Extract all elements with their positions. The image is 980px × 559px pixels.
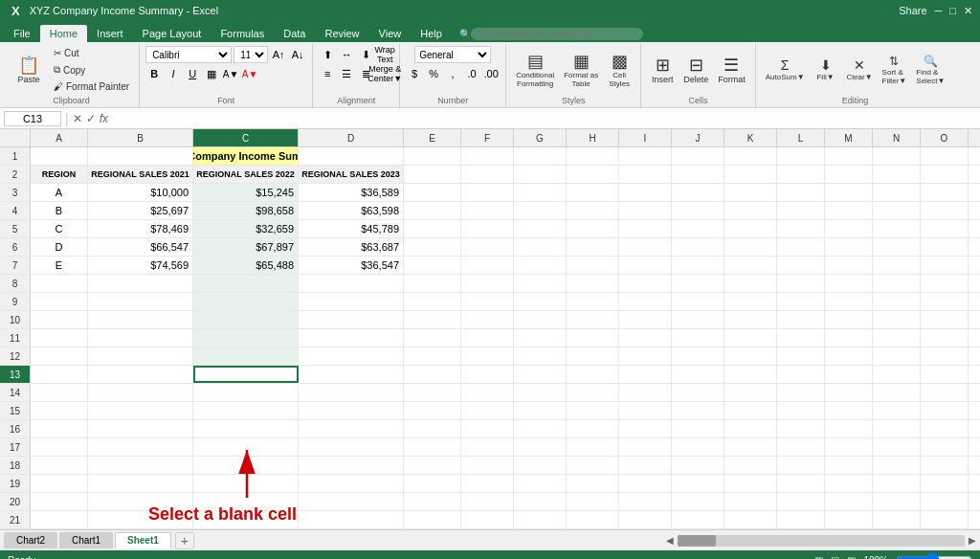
cell-c3[interactable]: $15,245 [193,184,299,201]
cell-m10[interactable] [825,311,873,328]
cell-k12[interactable] [724,347,777,365]
format-as-table-button[interactable]: ▦ Format asTable [560,51,602,90]
cell-i21[interactable] [619,511,672,528]
cell-b12[interactable] [88,347,193,365]
cell-j20[interactable] [672,493,724,510]
cell-j8[interactable] [672,275,724,292]
cell-e1[interactable] [404,147,461,165]
cell-b3[interactable]: $10,000 [88,184,193,201]
cell-b9[interactable] [88,293,193,310]
cell-a15[interactable] [31,402,88,419]
maximize-button[interactable]: □ [949,5,956,16]
cell-k14[interactable] [724,384,777,401]
cell-f18[interactable] [461,457,514,474]
sort-filter-button[interactable]: ⇅ Sort &Filter▼ [879,54,911,87]
row-header-8[interactable]: 8 [0,275,31,292]
cut-button[interactable]: ✂ Cut [50,46,133,60]
cell-i5[interactable] [619,220,672,237]
underline-button[interactable]: U [184,65,201,82]
cell-e11[interactable] [404,329,461,347]
cell-o4[interactable] [921,202,969,219]
cell-p4[interactable] [969,202,980,219]
cell-i7[interactable] [619,257,672,274]
cell-b14[interactable] [88,384,193,401]
cell-n12[interactable] [873,347,921,365]
cell-e7[interactable] [404,257,461,274]
zoom-slider[interactable] [896,554,972,559]
cell-k15[interactable] [724,402,777,419]
paste-button[interactable]: 📋 Paste [10,55,48,86]
cell-e8[interactable] [404,275,461,292]
cell-p20[interactable] [969,493,980,510]
minimize-button[interactable]: ─ [935,5,943,16]
cell-m6[interactable] [825,238,873,256]
cell-a18[interactable] [31,457,88,474]
cell-e21[interactable] [404,511,461,528]
cell-k20[interactable] [724,493,777,510]
cell-a9[interactable] [31,293,88,310]
cell-n13[interactable] [873,366,921,383]
cell-l5[interactable] [777,220,825,237]
wrap-text-button[interactable]: Wrap Text [376,46,393,63]
cell-b1[interactable] [88,147,193,165]
cell-k6[interactable] [724,238,777,256]
cell-d2[interactable]: REGIONAL SALES 2023 [299,166,404,183]
cell-l4[interactable] [777,202,825,219]
font-name-select[interactable]: Calibri [145,46,232,63]
cell-l18[interactable] [777,457,825,474]
cell-g15[interactable] [514,402,567,419]
cell-d16[interactable] [299,420,404,437]
cell-l17[interactable] [777,438,825,456]
cell-a2[interactable]: REGION [31,166,88,183]
sheet-tab-chart2[interactable]: Chart2 [4,532,57,548]
fill-color-button[interactable]: A▼ [222,65,239,82]
cell-g2[interactable] [514,166,567,183]
cell-l15[interactable] [777,402,825,419]
insert-button[interactable]: ⊞ Insert [647,55,678,86]
cell-o12[interactable] [921,347,969,365]
cell-o5[interactable] [921,220,969,237]
cell-a11[interactable] [31,329,88,347]
cell-d13[interactable] [299,366,404,383]
cell-e9[interactable] [404,293,461,310]
cell-h7[interactable] [567,257,619,274]
cell-o18[interactable] [921,457,969,474]
col-header-a[interactable]: A [31,129,88,146]
cell-e15[interactable] [404,402,461,419]
row-header-12[interactable]: 12 [0,347,31,365]
cell-o19[interactable] [921,475,969,492]
cell-a10[interactable] [31,311,88,328]
col-header-e[interactable]: E [404,129,461,146]
tell-me-input[interactable] [471,28,643,40]
cell-n19[interactable] [873,475,921,492]
col-header-c[interactable]: C [193,129,299,146]
conditional-formatting-button[interactable]: ▤ ConditionalFormatting [512,51,558,90]
row-header-13[interactable]: 13 [0,366,31,383]
cell-c6[interactable]: $67,897 [193,238,299,256]
cell-f20[interactable] [461,493,514,510]
cell-g10[interactable] [514,311,567,328]
cell-a8[interactable] [31,275,88,292]
cell-j15[interactable] [672,402,724,419]
cell-k16[interactable] [724,420,777,437]
tab-insert[interactable]: Insert [87,25,133,42]
cell-n21[interactable] [873,511,921,528]
cell-m15[interactable] [825,402,873,419]
cell-k21[interactable] [724,511,777,528]
cell-d6[interactable]: $63,687 [299,238,404,256]
cell-e20[interactable] [404,493,461,510]
cell-m1[interactable] [825,147,873,165]
cell-g11[interactable] [514,329,567,347]
col-header-p[interactable]: P [969,129,980,146]
cell-n1[interactable] [873,147,921,165]
cell-f13[interactable] [461,366,514,383]
cell-n14[interactable] [873,384,921,401]
cell-h15[interactable] [567,402,619,419]
border-button[interactable]: ▦ [203,65,220,82]
cell-k11[interactable] [724,329,777,347]
row-header-21[interactable]: 21 [0,511,31,528]
cell-k13[interactable] [724,366,777,383]
cell-d4[interactable]: $63,598 [299,202,404,219]
cell-g17[interactable] [514,438,567,456]
cell-n5[interactable] [873,220,921,237]
